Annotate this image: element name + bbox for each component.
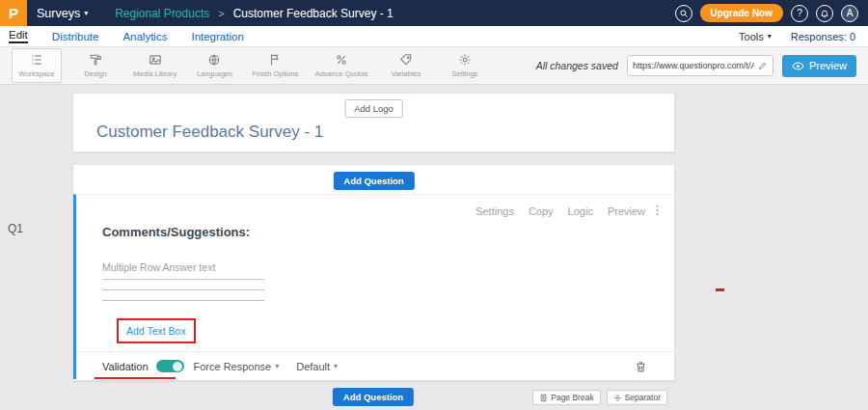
breadcrumb-parent[interactable]: Regional Products (115, 7, 209, 20)
answer-line (102, 300, 264, 301)
toolbar-right: All changes saved Preview (536, 55, 856, 77)
validation-label: Validation (102, 361, 149, 372)
toolbar-item-label: Settings (451, 69, 477, 78)
add-logo-button[interactable]: Add Logo (344, 99, 403, 118)
toolbar-item-label: Variables (391, 69, 420, 78)
finish-options-icon (268, 53, 282, 67)
annotation-red-underline (95, 377, 176, 379)
answer-line (102, 279, 264, 280)
force-response-value: Force Response (194, 361, 272, 372)
page-controls: Page Break Separator (532, 390, 667, 405)
help-icon[interactable]: ? (791, 5, 808, 22)
tools-menu-label: Tools (739, 31, 764, 42)
edit-pencil-icon[interactable] (758, 61, 768, 70)
toolbar-item-label: Languages (197, 69, 232, 78)
question-block: Settings Copy Logic Preview Comments/Sug… (73, 194, 674, 379)
languages-icon (207, 53, 221, 67)
survey-url-box (627, 55, 773, 76)
preview-button-label: Preview (809, 60, 847, 71)
avatar[interactable]: A (841, 5, 858, 22)
separator-button[interactable]: Separator (607, 390, 667, 405)
question-logic-link[interactable]: Logic (568, 205, 593, 217)
toolbar-item-design[interactable]: Design (70, 48, 121, 83)
design-icon (89, 53, 102, 67)
page-break-button[interactable]: Page Break (532, 390, 600, 405)
chevron-down-icon (84, 9, 88, 17)
question-preview-link[interactable]: Preview (608, 205, 645, 217)
save-status: All changes saved (536, 60, 618, 71)
question-text[interactable]: Comments/Suggestions: (102, 225, 250, 239)
topbar-actions: Upgrade Now ? A (675, 4, 868, 22)
chevron-down-icon (768, 32, 772, 41)
toolbar-item-advance-quotas[interactable]: Advance Quotas (311, 48, 371, 83)
surveys-menu[interactable]: Surveys (37, 7, 88, 20)
survey-title[interactable]: Customer Feedback Survey - 1 (96, 123, 323, 142)
question-copy-link[interactable]: Copy (529, 205, 554, 217)
toolbar-item-label: Finish Options (252, 69, 298, 78)
tab-analytics[interactable]: Analytics (122, 31, 167, 42)
question-card: Add Question Settings Copy Logic Preview… (72, 164, 675, 381)
tools-menu[interactable]: Tools (739, 31, 772, 42)
page-break-label: Page Break (551, 393, 593, 402)
default-value: Default (296, 361, 330, 372)
survey-url-input[interactable] (633, 61, 754, 70)
page-break-icon (539, 394, 548, 402)
add-question-button-top[interactable]: Add Question (333, 172, 414, 190)
question-footer: Validation Force Response Default (102, 352, 647, 380)
question-id-label: Q1 (8, 222, 23, 235)
chevron-down-icon (275, 362, 279, 370)
preview-button[interactable]: Preview (782, 55, 856, 77)
settings-gear-icon (458, 53, 472, 67)
bell-icon[interactable] (816, 5, 833, 22)
toolbar-item-label: Media Library (133, 69, 176, 78)
eye-icon (792, 60, 804, 72)
answer-line (102, 289, 264, 290)
add-question-button-bottom[interactable]: Add Question (333, 388, 414, 406)
toolbar-item-variables[interactable]: Variables (381, 48, 431, 83)
question-actions: Settings Copy Logic Preview (475, 205, 645, 217)
toolbar-item-finish-options[interactable]: Finish Options (248, 48, 302, 83)
separator-label: Separator (625, 393, 661, 402)
kebab-menu-icon[interactable] (651, 203, 664, 217)
tab-edit[interactable]: Edit (9, 29, 28, 43)
nav-right: Tools Responses: 0 (739, 31, 859, 42)
tab-distribute[interactable]: Distribute (52, 31, 99, 42)
toolbar-item-languages[interactable]: Languages (189, 48, 239, 83)
separator-icon (613, 394, 622, 402)
toolbar-item-label: Design (84, 69, 106, 78)
default-dropdown[interactable]: Default (296, 361, 338, 372)
toolbar-item-media-library[interactable]: Media Library (129, 48, 180, 83)
survey-header-card: Add Logo Customer Feedback Survey - 1 (72, 93, 675, 152)
toolbar-item-settings[interactable]: Settings (440, 48, 490, 83)
survey-canvas: Q1 Add Logo Customer Feedback Survey - 1… (0, 85, 868, 410)
top-bar: P Surveys Regional Products Customer Fee… (0, 0, 868, 26)
force-response-dropdown[interactable]: Force Response (194, 361, 280, 372)
validation-toggle[interactable] (156, 360, 184, 372)
tab-integration[interactable]: Integration (191, 31, 243, 42)
answer-placeholder[interactable]: Multiple Row Answer text (102, 261, 215, 273)
builder-toolbar: Workspace Design Media Library Languages… (0, 46, 868, 85)
breadcrumb: Regional Products Customer Feedback Surv… (115, 7, 393, 20)
advance-quotas-icon (335, 53, 348, 67)
chevron-down-icon (334, 362, 338, 370)
toolbar-item-label: Workspace (18, 69, 54, 78)
search-icon[interactable] (675, 5, 692, 22)
breadcrumb-separator-icon (218, 8, 224, 19)
variables-icon (399, 53, 413, 67)
breadcrumb-current: Customer Feedback Survey - 1 (233, 7, 393, 20)
toolbar-item-label: Advance Quotas (314, 69, 367, 78)
responses-count[interactable]: Responses: 0 (791, 31, 855, 42)
annotation-red-box: Add Text Box (117, 318, 196, 343)
section-nav: Edit Distribute Analytics Integration To… (0, 26, 868, 46)
upgrade-button[interactable]: Upgrade Now (700, 4, 783, 22)
brand-logo[interactable]: P (0, 0, 27, 26)
workspace-icon (30, 53, 43, 67)
toolbar-item-workspace[interactable]: Workspace (12, 48, 62, 83)
annotation-red-dash (716, 288, 724, 291)
add-text-box-link[interactable]: Add Text Box (126, 325, 186, 337)
media-library-icon (149, 53, 162, 67)
question-settings-link[interactable]: Settings (475, 205, 514, 217)
surveys-menu-label: Surveys (37, 7, 80, 20)
trash-icon[interactable] (635, 360, 647, 373)
